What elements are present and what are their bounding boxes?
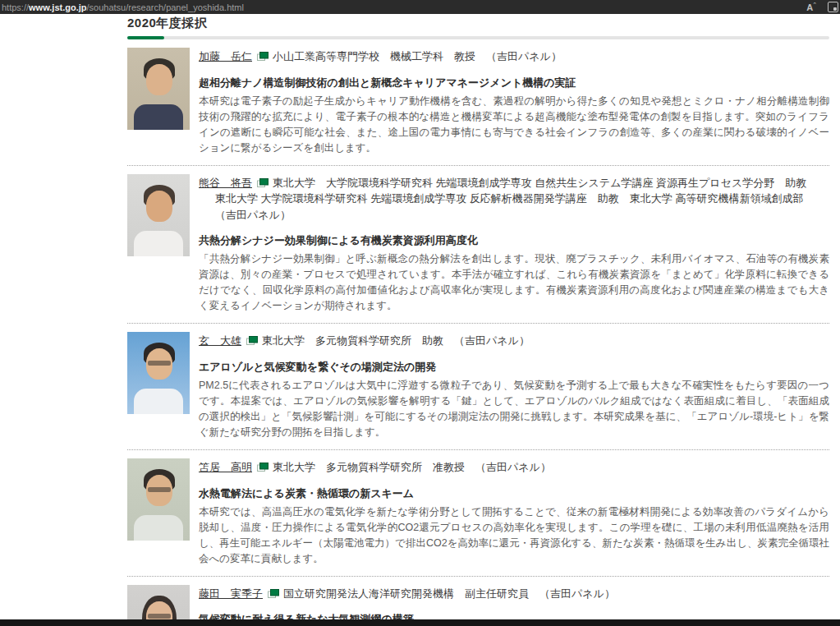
external-link-icon[interactable]: [257, 52, 269, 61]
heading-rule-accent: [127, 36, 164, 39]
entry-separator: [127, 165, 829, 166]
url-text[interactable]: https://www.jst.go.jp/souhatsu/research/…: [0, 2, 244, 12]
entry-separator: [127, 449, 829, 450]
researcher-affiliation: 東北大学 多元物質科学研究所 助教 （吉田パネル）: [262, 334, 530, 347]
external-link-icon[interactable]: [268, 589, 279, 598]
read-aloud-icon[interactable]: A⌃: [806, 2, 816, 12]
researcher-affiliation: 国立研究開発法人海洋研究開発機構 副主任研究員 （吉田パネル）: [283, 587, 615, 600]
research-description: 「共熱分解シナジー効果制御」と呼ぶ新概念の熱分解法を創出します。現状、廃プラスチ…: [199, 251, 829, 314]
researcher-header: 藤田 実季子国立研究開発法人海洋研究開発機構 副主任研究員 （吉田パネル）: [199, 586, 829, 602]
researcher-header: 加藤 岳仁小山工業高等専門学校 機械工学科 教授 （吉田パネル）: [199, 48, 829, 65]
research-description: 本研究は電子素子の励起子生成からキャリア動作機構を含む、素過程の解明から得た多く…: [199, 94, 829, 156]
browser-bottom-bar: [0, 619, 840, 626]
researcher-name-link[interactable]: 加藤 岳仁: [199, 50, 252, 62]
browser-tools-icon[interactable]: [828, 2, 838, 12]
page-content: 2020年度採択 加藤 岳仁小山工業高等専門学校 機械工学科 教授 （吉田パネル…: [0, 0, 840, 626]
researcher-affiliation-line2: 東北大学 大学院環境科学研究科 先端環境創成学専攻 反応解析機器開発学講座 助教…: [199, 191, 829, 207]
research-title: 超相分離ナノ構造制御技術の創出と新概念キャリアマネージメント機構の実証: [199, 76, 829, 90]
researcher-entry: 笘居 高明東北大学 多元物質科学研究所 准教授 （吉田パネル） 水熱電解法による…: [127, 458, 829, 567]
research-title: 共熱分解シナジー効果制御による有機炭素資源利用高度化: [199, 233, 829, 248]
researcher-photo: [127, 174, 190, 256]
url-path: /souhatsu/research/panel_yoshida.html: [87, 2, 244, 12]
researcher-name-link[interactable]: 藤田 実季子: [199, 587, 263, 600]
heading-rule: [127, 36, 829, 39]
researcher-name-link[interactable]: 笘居 高明: [199, 461, 252, 473]
researcher-name-link[interactable]: 玄 大雄: [199, 334, 241, 347]
entry-separator: [127, 323, 829, 324]
researcher-entry: 玄 大雄東北大学 多元物質科学研究所 助教 （吉田パネル） エアロゾルと気候変動…: [127, 332, 829, 440]
researcher-affiliation: 東北大学 大学院環境科学研究科 先端環境創成学専攻 自然共生システム学講座 資源…: [273, 177, 806, 189]
researcher-photo: [127, 458, 190, 541]
researcher-header: 玄 大雄東北大学 多元物質科学研究所 助教 （吉田パネル）: [199, 333, 829, 349]
entry-separator: [127, 576, 829, 577]
page-title: 2020年度採択: [127, 16, 829, 30]
research-description: 本研究では、高温高圧水の電気化学を新たな学術分野として開拓することで、従来の新電…: [199, 504, 829, 567]
research-title: エアロゾルと気候変動を繋ぐその場測定法の開発: [199, 360, 829, 375]
researcher-photo: [127, 48, 190, 130]
researcher-photo: [127, 332, 190, 414]
researcher-name-link[interactable]: 熊谷 将吾: [199, 177, 252, 189]
external-link-icon[interactable]: [257, 178, 269, 187]
browser-address-bar[interactable]: https://www.jst.go.jp/souhatsu/research/…: [0, 0, 840, 14]
researcher-affiliation: 小山工業高等専門学校 機械工学科 教授 （吉田パネル）: [273, 50, 562, 62]
url-domain: www.jst.go.jp: [29, 2, 86, 12]
researcher-affiliation: 東北大学 多元物質科学研究所 准教授 （吉田パネル）: [273, 461, 551, 473]
research-title: 水熱電解法による炭素・熱循環の新スキーム: [199, 486, 829, 501]
researcher-entry: 加藤 岳仁小山工業高等専門学校 機械工学科 教授 （吉田パネル） 超相分離ナノ構…: [127, 48, 829, 156]
url-prefix: https://: [2, 2, 29, 12]
researcher-entry: 熊谷 将吾東北大学 大学院環境科学研究科 先端環境創成学専攻 自然共生システム学…: [127, 174, 829, 315]
external-link-icon[interactable]: [257, 463, 269, 472]
research-description: PM2.5に代表されるエアロゾルは大気中に浮遊する微粒子であり、気候変動を予測す…: [199, 378, 829, 440]
researcher-header: 熊谷 将吾東北大学 大学院環境科学研究科 先端環境創成学専攻 自然共生システム学…: [199, 175, 829, 191]
external-link-icon[interactable]: [246, 336, 258, 345]
researcher-header: 笘居 高明東北大学 多元物質科学研究所 准教授 （吉田パネル）: [199, 459, 829, 476]
researcher-affiliation-line3: （吉田パネル）: [199, 207, 829, 223]
